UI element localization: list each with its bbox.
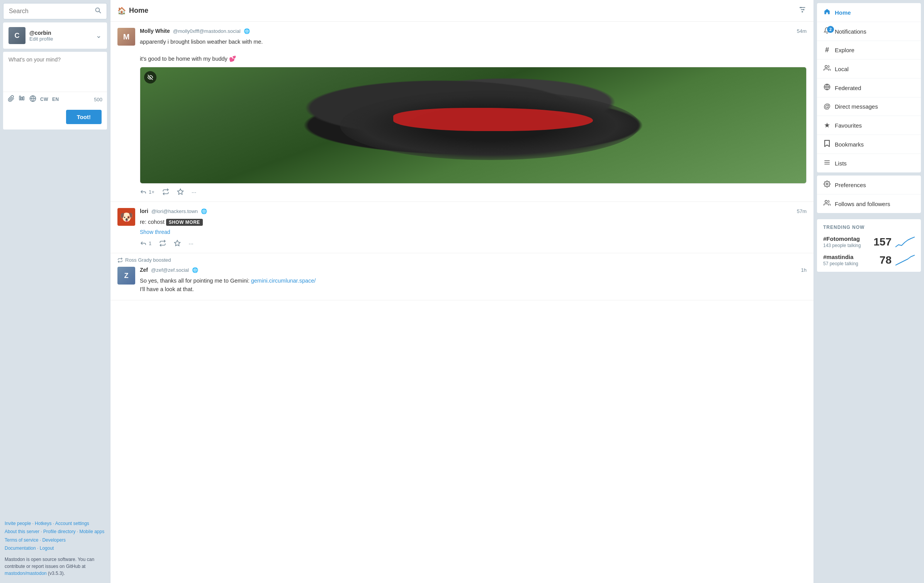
about-server-link[interactable]: About this server bbox=[5, 529, 39, 534]
chevron-down-icon[interactable]: ⌄ bbox=[96, 31, 102, 40]
favourite-button[interactable] bbox=[177, 188, 184, 195]
show-more-button[interactable]: SHOW MORE bbox=[166, 219, 203, 226]
post-content: re: cohost SHOW MORE bbox=[140, 218, 807, 227]
trending-section: TRENDING NOW #Fotomontag 143 people talk… bbox=[817, 219, 921, 272]
middle-panel: 🏠 Home M Molly White @molly0xfff@mast bbox=[110, 0, 814, 583]
svg-line-1 bbox=[99, 12, 101, 14]
follows-icon bbox=[823, 199, 831, 208]
post-handle: @lori@hackers.town bbox=[151, 208, 198, 214]
edit-profile-link[interactable]: Edit profile bbox=[29, 36, 92, 42]
nav-item-notifications[interactable]: 2 Notifications bbox=[817, 22, 921, 41]
trending-sub: 57 people talking bbox=[823, 261, 858, 266]
nav-label-direct-messages: Direct messages bbox=[835, 103, 878, 110]
post-handle: @molly0xfff@mastodon.social bbox=[173, 28, 241, 34]
nav-item-favourites[interactable]: ★ Favourites bbox=[817, 116, 921, 135]
nav-label-follows: Follows and followers bbox=[835, 201, 890, 207]
more-button[interactable]: ··· bbox=[189, 240, 194, 247]
trending-count: 157 bbox=[873, 236, 892, 248]
nav-label-bookmarks: Bookmarks bbox=[835, 141, 864, 148]
reply-button[interactable]: 1+ bbox=[140, 188, 155, 195]
footer-blurb: Mastodon is open source software. You ca… bbox=[5, 556, 105, 577]
repo-link[interactable]: mastodon/mastodon bbox=[5, 571, 47, 576]
reply-count: 1+ bbox=[149, 189, 155, 195]
filter-icon[interactable] bbox=[798, 5, 807, 16]
feed-title: Home bbox=[129, 7, 148, 15]
boost-button[interactable] bbox=[162, 188, 169, 195]
language-selector[interactable]: EN bbox=[52, 97, 59, 102]
invite-people-link[interactable]: Invite people bbox=[5, 521, 31, 526]
list-icon[interactable] bbox=[19, 95, 25, 104]
attach-icon[interactable] bbox=[8, 95, 15, 104]
more-button[interactable]: ··· bbox=[192, 189, 197, 195]
nav-item-explore[interactable]: # Explore bbox=[817, 41, 921, 60]
nav-label-home: Home bbox=[835, 9, 851, 16]
documentation-link[interactable]: Documentation bbox=[5, 545, 36, 551]
hotkeys-link[interactable]: Hotkeys bbox=[35, 521, 51, 526]
boost-row: Ross Grady boosted bbox=[110, 253, 814, 263]
post-time: 1h bbox=[801, 267, 807, 273]
nav-item-direct-messages[interactable]: @ Direct messages bbox=[817, 97, 921, 116]
search-bar[interactable] bbox=[3, 3, 107, 19]
avatar: Z bbox=[117, 267, 135, 285]
right-panel: Home 2 Notifications # Explore bbox=[814, 0, 924, 583]
developers-link[interactable]: Developers bbox=[42, 537, 66, 543]
left-footer: Invite people · Hotkeys · Account settin… bbox=[3, 517, 107, 580]
trending-sparkline bbox=[895, 254, 915, 266]
toot-button[interactable]: Toot! bbox=[66, 110, 102, 124]
nav-label-favourites: Favourites bbox=[835, 122, 862, 129]
primary-nav: Home 2 Notifications # Explore bbox=[817, 3, 921, 172]
boost-button[interactable] bbox=[159, 240, 166, 247]
favourite-button[interactable] bbox=[174, 240, 181, 247]
svg-point-12 bbox=[802, 11, 803, 13]
trending-sub: 143 people talking bbox=[823, 243, 861, 248]
avatar: 🐶 bbox=[117, 208, 135, 226]
nav-item-federated[interactable]: Federated bbox=[817, 78, 921, 97]
nav-item-bookmarks[interactable]: Bookmarks bbox=[817, 135, 921, 154]
terms-of-service-link[interactable]: Terms of service bbox=[5, 537, 38, 543]
trending-title: TRENDING NOW bbox=[823, 225, 915, 230]
nav-item-preferences[interactable]: Preferences bbox=[817, 176, 921, 194]
content-warning-button[interactable]: CW bbox=[40, 97, 48, 102]
nav-item-lists[interactable]: Lists bbox=[817, 154, 921, 172]
nav-label-preferences: Preferences bbox=[835, 182, 866, 188]
globe-icon: 🌐 bbox=[192, 267, 198, 273]
post-link[interactable]: gemini.circumlunar.space/ bbox=[251, 278, 316, 284]
svg-rect-3 bbox=[21, 97, 22, 100]
nav-label-explore: Explore bbox=[835, 47, 854, 53]
svg-point-22 bbox=[825, 200, 827, 203]
post-author: Molly White bbox=[140, 28, 170, 34]
notification-badge: 2 bbox=[827, 26, 834, 33]
profile-handle: @corbin bbox=[29, 30, 92, 36]
globe-icon[interactable] bbox=[29, 95, 36, 104]
compose-toolbar: CW EN 500 bbox=[3, 92, 107, 107]
globe-icon bbox=[823, 84, 831, 92]
home-icon: 🏠 bbox=[117, 7, 126, 15]
home-icon bbox=[823, 8, 831, 17]
nav-label-local: Local bbox=[835, 66, 849, 72]
logout-link[interactable]: Logout bbox=[40, 545, 54, 551]
svg-rect-4 bbox=[23, 97, 24, 100]
nav-label-notifications: Notifications bbox=[835, 28, 866, 35]
gear-icon bbox=[823, 181, 831, 189]
globe-icon: 🌐 bbox=[201, 208, 207, 214]
mobile-apps-link[interactable]: Mobile apps bbox=[79, 529, 104, 534]
svg-marker-13 bbox=[177, 189, 183, 194]
search-input[interactable] bbox=[9, 8, 92, 15]
profile-box[interactable]: C @corbin Edit profile ⌄ bbox=[3, 22, 107, 49]
post-content: So yes, thanks all for pointing me to Ge… bbox=[140, 277, 807, 294]
reply-button[interactable]: 1 bbox=[140, 240, 151, 247]
compose-textarea[interactable] bbox=[3, 52, 107, 90]
post-handle: @zef@zef.social bbox=[151, 267, 189, 273]
account-settings-link[interactable]: Account settings bbox=[55, 521, 89, 526]
trending-item[interactable]: #mastindia 57 people talking 78 bbox=[823, 254, 915, 266]
nav-item-home[interactable]: Home bbox=[817, 3, 921, 22]
image-toggle-icon[interactable] bbox=[144, 71, 156, 84]
post-author: Zef bbox=[140, 267, 148, 273]
nav-item-follows[interactable]: Follows and followers bbox=[817, 194, 921, 213]
post-item: 🐶 lori @lori@hackers.town 🌐 57m re: coho… bbox=[110, 202, 814, 253]
nav-item-local[interactable]: Local bbox=[817, 60, 921, 78]
trending-item[interactable]: #Fotomontag 143 people talking 157 bbox=[823, 235, 915, 248]
show-thread-link[interactable]: Show thread bbox=[140, 229, 807, 235]
profile-directory-link[interactable]: Profile directory bbox=[43, 529, 75, 534]
char-count: 500 bbox=[94, 97, 102, 102]
